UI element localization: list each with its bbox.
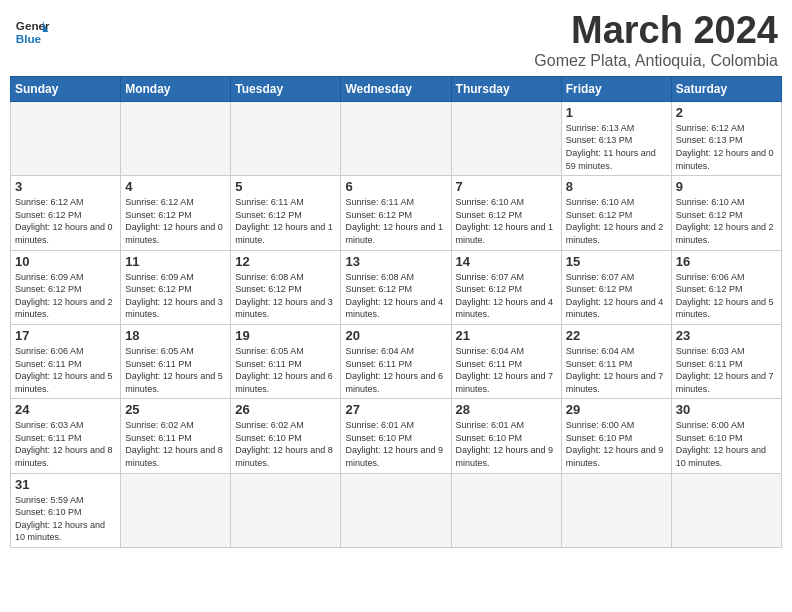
day-info: Sunrise: 6:12 AM Sunset: 6:12 PM Dayligh… (125, 196, 226, 246)
table-row: 22Sunrise: 6:04 AM Sunset: 6:11 PM Dayli… (561, 324, 671, 398)
table-row: 7Sunrise: 6:10 AM Sunset: 6:12 PM Daylig… (451, 176, 561, 250)
day-number: 31 (15, 477, 116, 492)
table-row (231, 473, 341, 547)
table-row: 27Sunrise: 6:01 AM Sunset: 6:10 PM Dayli… (341, 399, 451, 473)
table-row: 11Sunrise: 6:09 AM Sunset: 6:12 PM Dayli… (121, 250, 231, 324)
day-number: 8 (566, 179, 667, 194)
table-row (231, 101, 341, 175)
day-number: 14 (456, 254, 557, 269)
day-info: Sunrise: 6:09 AM Sunset: 6:12 PM Dayligh… (125, 271, 226, 321)
day-number: 18 (125, 328, 226, 343)
day-info: Sunrise: 6:11 AM Sunset: 6:12 PM Dayligh… (235, 196, 336, 246)
day-info: Sunrise: 6:01 AM Sunset: 6:10 PM Dayligh… (456, 419, 557, 469)
day-info: Sunrise: 6:04 AM Sunset: 6:11 PM Dayligh… (456, 345, 557, 395)
table-row: 28Sunrise: 6:01 AM Sunset: 6:10 PM Dayli… (451, 399, 561, 473)
table-row: 30Sunrise: 6:00 AM Sunset: 6:10 PM Dayli… (671, 399, 781, 473)
table-row: 3Sunrise: 6:12 AM Sunset: 6:12 PM Daylig… (11, 176, 121, 250)
table-row: 14Sunrise: 6:07 AM Sunset: 6:12 PM Dayli… (451, 250, 561, 324)
header-friday: Friday (561, 76, 671, 101)
subtitle: Gomez Plata, Antioquia, Colombia (534, 52, 778, 70)
day-number: 5 (235, 179, 336, 194)
day-info: Sunrise: 6:06 AM Sunset: 6:11 PM Dayligh… (15, 345, 116, 395)
day-number: 4 (125, 179, 226, 194)
day-number: 21 (456, 328, 557, 343)
day-number: 17 (15, 328, 116, 343)
day-info: Sunrise: 6:01 AM Sunset: 6:10 PM Dayligh… (345, 419, 446, 469)
table-row: 9Sunrise: 6:10 AM Sunset: 6:12 PM Daylig… (671, 176, 781, 250)
day-number: 9 (676, 179, 777, 194)
day-info: Sunrise: 6:00 AM Sunset: 6:10 PM Dayligh… (566, 419, 667, 469)
table-row: 12Sunrise: 6:08 AM Sunset: 6:12 PM Dayli… (231, 250, 341, 324)
day-number: 16 (676, 254, 777, 269)
day-number: 11 (125, 254, 226, 269)
day-number: 28 (456, 402, 557, 417)
day-info: Sunrise: 5:59 AM Sunset: 6:10 PM Dayligh… (15, 494, 116, 544)
table-row: 25Sunrise: 6:02 AM Sunset: 6:11 PM Dayli… (121, 399, 231, 473)
day-info: Sunrise: 6:04 AM Sunset: 6:11 PM Dayligh… (345, 345, 446, 395)
day-number: 1 (566, 105, 667, 120)
day-info: Sunrise: 6:08 AM Sunset: 6:12 PM Dayligh… (235, 271, 336, 321)
day-info: Sunrise: 6:10 AM Sunset: 6:12 PM Dayligh… (676, 196, 777, 246)
table-row: 31Sunrise: 5:59 AM Sunset: 6:10 PM Dayli… (11, 473, 121, 547)
day-number: 19 (235, 328, 336, 343)
day-number: 10 (15, 254, 116, 269)
day-info: Sunrise: 6:02 AM Sunset: 6:11 PM Dayligh… (125, 419, 226, 469)
calendar-header-row: Sunday Monday Tuesday Wednesday Thursday… (11, 76, 782, 101)
table-row (671, 473, 781, 547)
day-number: 23 (676, 328, 777, 343)
table-row: 24Sunrise: 6:03 AM Sunset: 6:11 PM Dayli… (11, 399, 121, 473)
table-row (451, 473, 561, 547)
day-number: 13 (345, 254, 446, 269)
day-number: 12 (235, 254, 336, 269)
table-row (341, 473, 451, 547)
day-info: Sunrise: 6:03 AM Sunset: 6:11 PM Dayligh… (15, 419, 116, 469)
header-sunday: Sunday (11, 76, 121, 101)
table-row: 4Sunrise: 6:12 AM Sunset: 6:12 PM Daylig… (121, 176, 231, 250)
table-row (451, 101, 561, 175)
table-row: 18Sunrise: 6:05 AM Sunset: 6:11 PM Dayli… (121, 324, 231, 398)
table-row: 20Sunrise: 6:04 AM Sunset: 6:11 PM Dayli… (341, 324, 451, 398)
table-row (11, 101, 121, 175)
table-row (341, 101, 451, 175)
table-row: 1Sunrise: 6:13 AM Sunset: 6:13 PM Daylig… (561, 101, 671, 175)
day-number: 24 (15, 402, 116, 417)
day-info: Sunrise: 6:02 AM Sunset: 6:10 PM Dayligh… (235, 419, 336, 469)
day-number: 7 (456, 179, 557, 194)
header-thursday: Thursday (451, 76, 561, 101)
table-row: 26Sunrise: 6:02 AM Sunset: 6:10 PM Dayli… (231, 399, 341, 473)
month-title: March 2024 (534, 10, 778, 52)
day-info: Sunrise: 6:07 AM Sunset: 6:12 PM Dayligh… (456, 271, 557, 321)
table-row: 8Sunrise: 6:10 AM Sunset: 6:12 PM Daylig… (561, 176, 671, 250)
table-row: 17Sunrise: 6:06 AM Sunset: 6:11 PM Dayli… (11, 324, 121, 398)
header-monday: Monday (121, 76, 231, 101)
day-info: Sunrise: 6:05 AM Sunset: 6:11 PM Dayligh… (235, 345, 336, 395)
table-row (121, 473, 231, 547)
day-info: Sunrise: 6:11 AM Sunset: 6:12 PM Dayligh… (345, 196, 446, 246)
day-number: 30 (676, 402, 777, 417)
table-row (561, 473, 671, 547)
day-info: Sunrise: 6:12 AM Sunset: 6:13 PM Dayligh… (676, 122, 777, 172)
table-row: 10Sunrise: 6:09 AM Sunset: 6:12 PM Dayli… (11, 250, 121, 324)
table-row: 23Sunrise: 6:03 AM Sunset: 6:11 PM Dayli… (671, 324, 781, 398)
table-row: 15Sunrise: 6:07 AM Sunset: 6:12 PM Dayli… (561, 250, 671, 324)
table-row: 6Sunrise: 6:11 AM Sunset: 6:12 PM Daylig… (341, 176, 451, 250)
table-row: 16Sunrise: 6:06 AM Sunset: 6:12 PM Dayli… (671, 250, 781, 324)
day-info: Sunrise: 6:12 AM Sunset: 6:12 PM Dayligh… (15, 196, 116, 246)
title-area: March 2024 Gomez Plata, Antioquia, Colom… (534, 10, 778, 70)
logo: General Blue (14, 14, 50, 50)
day-number: 29 (566, 402, 667, 417)
table-row: 13Sunrise: 6:08 AM Sunset: 6:12 PM Dayli… (341, 250, 451, 324)
day-info: Sunrise: 6:05 AM Sunset: 6:11 PM Dayligh… (125, 345, 226, 395)
day-number: 3 (15, 179, 116, 194)
header-wednesday: Wednesday (341, 76, 451, 101)
day-info: Sunrise: 6:07 AM Sunset: 6:12 PM Dayligh… (566, 271, 667, 321)
page-header: General Blue March 2024 Gomez Plata, Ant… (10, 10, 782, 70)
table-row: 19Sunrise: 6:05 AM Sunset: 6:11 PM Dayli… (231, 324, 341, 398)
day-number: 6 (345, 179, 446, 194)
day-number: 15 (566, 254, 667, 269)
day-info: Sunrise: 6:00 AM Sunset: 6:10 PM Dayligh… (676, 419, 777, 469)
day-info: Sunrise: 6:06 AM Sunset: 6:12 PM Dayligh… (676, 271, 777, 321)
table-row (121, 101, 231, 175)
day-number: 22 (566, 328, 667, 343)
table-row: 2Sunrise: 6:12 AM Sunset: 6:13 PM Daylig… (671, 101, 781, 175)
